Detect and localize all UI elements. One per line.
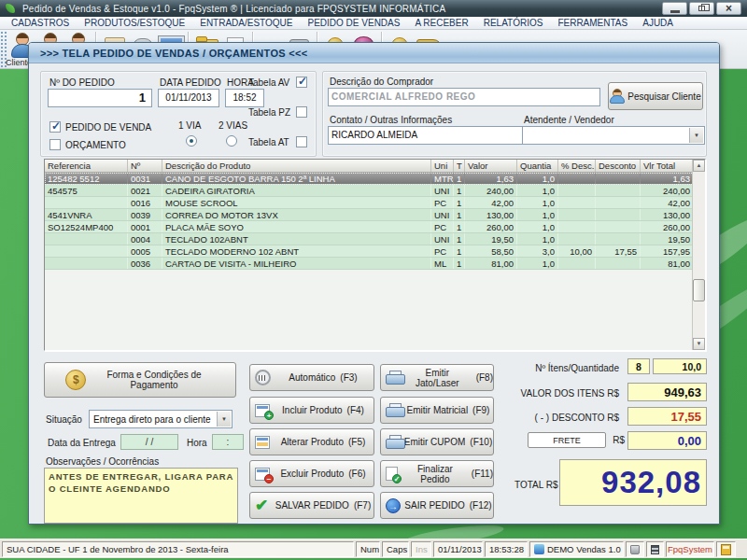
- cell-desconto: 17,55: [596, 245, 641, 257]
- cell-uni: UNI: [431, 185, 454, 196]
- pesquisar-cliente-button[interactable]: Pesquisar Cliente: [608, 82, 703, 110]
- status-printer[interactable]: [626, 541, 644, 557]
- finalizar-pedido-button[interactable]: ✓Finalizar Pedido(F11): [380, 460, 494, 487]
- alterar-produto-button[interactable]: Alterar Produto(F5): [249, 428, 374, 455]
- column-header-vlr-total[interactable]: Vlr Total: [641, 160, 694, 172]
- minimize-button[interactable]: [662, 2, 687, 15]
- menu-item-ajuda[interactable]: AJUDA: [635, 17, 681, 30]
- forma-pagamento-button[interactable]: Forma e Condições de Pagamento: [44, 362, 236, 398]
- descricao-comprador-field[interactable]: COMERCIAL ALFREDO REGO: [328, 88, 600, 106]
- table-scrollbar[interactable]: [692, 160, 705, 350]
- cell-total: 19,50: [641, 233, 694, 245]
- via2-radio[interactable]: [226, 135, 237, 147]
- cell-num: 0001: [128, 221, 162, 232]
- table-row[interactable]: 0004TECLADO 102ABNTUNI119,501,019,50: [45, 233, 705, 245]
- column-header-t[interactable]: T: [454, 160, 465, 172]
- via1-radio[interactable]: [186, 135, 197, 147]
- tabela-pz-checkbox[interactable]: Tabela PZ: [248, 106, 307, 118]
- delete-product-icon: −: [255, 468, 270, 481]
- column-header-n[interactable]: Nº: [128, 160, 162, 172]
- cell-desc: CADEIRA GIRATORIA: [162, 185, 431, 196]
- menu-item-ferramentas[interactable]: FERRAMENTAS: [550, 17, 635, 30]
- atendente-select[interactable]: [522, 126, 705, 145]
- calculator-icon: [721, 544, 731, 555]
- observacoes-textarea[interactable]: [44, 468, 238, 524]
- scroll-up-icon[interactable]: [693, 160, 705, 172]
- table-row[interactable]: 0005TECLADO MODERNO 102 ABNTPC158,503,01…: [45, 245, 705, 258]
- column-header-desconto[interactable]: Desconto: [596, 160, 641, 172]
- cell-desc: CORREA DO MOTOR 13VX: [162, 209, 431, 220]
- chevron-down-icon: [689, 128, 703, 143]
- column-header-descri-o-do-produto[interactable]: Descrição do Produto: [162, 160, 431, 172]
- table-row[interactable]: 0036CARTAO DE VISITA - MILHEIROML181,001…: [45, 258, 705, 270]
- scrollbar-thumb[interactable]: [693, 279, 705, 301]
- cell-desconto: [596, 209, 641, 220]
- menu-item-relat-rios[interactable]: RELATÓRIOS: [476, 17, 551, 30]
- cell-total: 42,00: [641, 197, 694, 208]
- situacao-select[interactable]: Entrega direto para o cliente: [89, 410, 233, 428]
- incluir-produto-button[interactable]: +Incluir Produto(F4): [249, 397, 374, 424]
- hora-pedido-field[interactable]: 18:52: [225, 89, 264, 107]
- column-header-desc[interactable]: % Desc.: [558, 160, 596, 172]
- frete-box[interactable]: 0,00: [627, 431, 707, 450]
- menu-item-a-receber[interactable]: A RECEBER: [407, 17, 475, 30]
- orcamento-checkbox[interactable]: ORÇAMENTO: [49, 139, 126, 150]
- status-date: 01/11/2013: [433, 541, 483, 557]
- action-label: Automático: [289, 372, 335, 383]
- status-ins: Ins: [411, 541, 431, 557]
- menu-item-produtos-estoque[interactable]: PRODUTOS/ESTOQUE: [77, 17, 192, 30]
- table-row[interactable]: 0016MOUSE SCROOLPC142,001,042,00: [45, 197, 705, 209]
- column-header-uni[interactable]: Uni: [431, 160, 454, 172]
- emitir-matricial-button[interactable]: Emitir Matricial(F9): [380, 397, 494, 424]
- check-icon: [255, 497, 268, 513]
- cell-uni: PC: [431, 221, 454, 232]
- automatico-button[interactable]: Automático(F3): [249, 364, 374, 391]
- cell-desc: MOUSE SCROOL: [162, 197, 431, 208]
- hora-entrega-field[interactable]: :: [212, 434, 244, 450]
- scroll-down-icon[interactable]: [693, 338, 705, 350]
- column-header-quantia[interactable]: Quantia: [517, 160, 558, 172]
- statusbar: SUA CIDADE - UF 1 de Novembro de 2013 - …: [0, 539, 747, 558]
- action-key: (F3): [340, 372, 357, 383]
- excluir-produto-button[interactable]: −Excluir Produto(F6): [249, 460, 374, 487]
- cell-t: 1: [454, 233, 465, 245]
- data-entrega-field[interactable]: / /: [120, 434, 178, 450]
- cell-desconto: [596, 221, 641, 232]
- window-titlebar[interactable]: Pedido de Vendas & Estoque v1.0 - FpqSys…: [0, 0, 747, 17]
- emitir-cupom-button[interactable]: Emitir CUPOM(F10): [380, 428, 494, 455]
- frete-button[interactable]: FRETE: [528, 432, 606, 448]
- status-calculator[interactable]: [716, 541, 736, 557]
- sair-pedido-button[interactable]: SAIR PEDIDO(F12): [380, 492, 494, 519]
- checkbox-unchecked-icon: [296, 106, 307, 118]
- column-header-valor[interactable]: Valor: [465, 160, 517, 172]
- emitir-jato-laser-button[interactable]: Emitir Jato/Laser(F8): [380, 364, 494, 391]
- pedido-de-venda-checkbox[interactable]: PEDIDO DE VENDA: [49, 121, 151, 133]
- table-row[interactable]: 4541VNRA0039CORREA DO MOTOR 13VXUNI1130,…: [45, 209, 705, 221]
- salvar-pedido-button[interactable]: SALVAR PEDIDO(F7): [249, 492, 374, 519]
- action-label: Emitir Matricial: [407, 405, 469, 415]
- tabela-av-checkbox[interactable]: Tabela AV: [248, 77, 307, 88]
- table-row[interactable]: 125482 55120031CANO DE ESGOTO BARRA 150 …: [45, 173, 705, 185]
- menu-item-pedido-de-vendas[interactable]: PEDIDO DE VENDAS: [301, 17, 408, 30]
- menu-item-entrada-estoque[interactable]: ENTRADA/ESTOQUE: [192, 17, 300, 30]
- table-row[interactable]: SO12524MP4000001PLACA MÃE SOYOPC1260,001…: [45, 221, 705, 233]
- cell-t: 1: [454, 258, 465, 269]
- table-row[interactable]: 4545750021CADEIRA GIRATORIAUNI1240,001,0…: [45, 185, 705, 197]
- action-key: (F12): [470, 500, 492, 511]
- numero-pedido-field[interactable]: 1: [48, 89, 152, 107]
- restore-button[interactable]: [689, 2, 714, 15]
- cell-pdesc: [558, 258, 596, 269]
- tabela-at-checkbox[interactable]: Tabela AT: [248, 136, 307, 147]
- status-brand: FpqSystem: [666, 541, 714, 557]
- total-box: 932,08: [559, 459, 707, 506]
- menu-item-cadastros[interactable]: CADASTROS: [4, 17, 77, 30]
- status-network[interactable]: [646, 541, 664, 557]
- close-button[interactable]: [716, 2, 741, 15]
- column-header-referencia[interactable]: Referencia: [45, 160, 128, 172]
- cell-ref: [45, 245, 128, 257]
- data-pedido-field[interactable]: 01/11/2013: [158, 89, 219, 107]
- cell-desconto: [596, 173, 641, 184]
- action-key: (F10): [470, 437, 492, 447]
- action-label: Incluir Produto: [282, 405, 342, 415]
- dialog-titlebar[interactable]: >>> TELA PEDIDO DE VENDAS / ORÇAMENTOS <…: [29, 43, 719, 63]
